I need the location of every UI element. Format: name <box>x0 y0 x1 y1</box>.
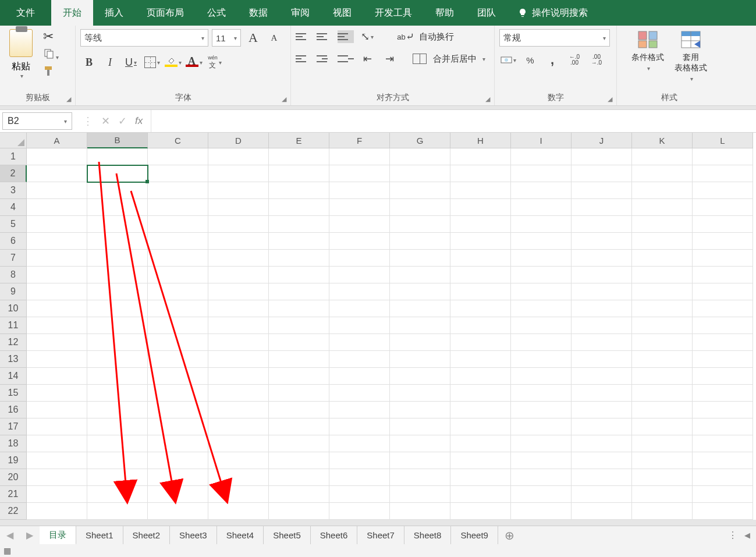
cell[interactable] <box>450 283 511 300</box>
row-header[interactable]: 19 <box>0 452 27 469</box>
cell[interactable] <box>693 452 753 469</box>
cell[interactable] <box>269 216 329 233</box>
row-header[interactable]: 20 <box>0 469 27 486</box>
cell[interactable] <box>269 233 329 250</box>
cell[interactable] <box>148 435 208 452</box>
tab-insert[interactable]: 插入 <box>93 0 135 26</box>
cell[interactable] <box>390 182 450 199</box>
percent-button[interactable]: % <box>521 52 539 68</box>
cell[interactable] <box>87 250 148 267</box>
cell[interactable] <box>511 300 572 317</box>
cell[interactable] <box>390 267 450 283</box>
cell[interactable] <box>390 418 450 435</box>
column-header[interactable]: A <box>27 133 87 148</box>
cell[interactable] <box>511 351 572 368</box>
comma-button[interactable]: , <box>544 52 561 68</box>
cell[interactable] <box>208 300 269 317</box>
cell[interactable] <box>269 368 329 385</box>
sheet-tab[interactable]: Sheet9 <box>451 526 498 544</box>
cell[interactable] <box>450 435 511 452</box>
cell[interactable] <box>390 216 450 233</box>
cell[interactable] <box>27 283 87 300</box>
row-header[interactable]: 3 <box>0 182 27 199</box>
cell[interactable] <box>511 435 572 452</box>
cell[interactable] <box>329 486 390 503</box>
font-name-select[interactable]: 等线▾ <box>80 29 208 47</box>
cell[interactable] <box>450 300 511 317</box>
cell[interactable] <box>269 351 329 368</box>
cell[interactable] <box>329 452 390 469</box>
cell[interactable] <box>693 402 753 418</box>
cell[interactable] <box>208 165 269 182</box>
cell[interactable] <box>27 402 87 418</box>
cell[interactable] <box>208 469 269 486</box>
cell[interactable] <box>390 283 450 300</box>
cell[interactable] <box>87 452 148 469</box>
cell[interactable] <box>390 486 450 503</box>
cell[interactable] <box>87 469 148 486</box>
cell[interactable] <box>27 250 87 267</box>
cell[interactable] <box>27 385 87 402</box>
column-header[interactable]: L <box>693 133 753 148</box>
cell[interactable] <box>208 216 269 233</box>
cell[interactable] <box>27 148 87 165</box>
cell[interactable] <box>148 216 208 233</box>
tab-file[interactable]: 文件 <box>0 0 51 26</box>
cell[interactable] <box>87 233 148 250</box>
cell[interactable] <box>329 503 390 520</box>
cell[interactable] <box>450 165 511 182</box>
sheet-tab[interactable]: Sheet1 <box>76 526 123 544</box>
row-header[interactable]: 15 <box>0 385 27 402</box>
column-header[interactable]: J <box>572 133 632 148</box>
cell[interactable] <box>269 402 329 418</box>
sheet-nav-prev[interactable]: ◀ <box>0 526 20 544</box>
cell[interactable] <box>87 317 148 334</box>
number-format-select[interactable]: 常规▾ <box>499 29 610 47</box>
cell[interactable] <box>572 216 632 233</box>
cell[interactable] <box>269 250 329 267</box>
cell[interactable] <box>269 267 329 283</box>
cell[interactable] <box>148 503 208 520</box>
record-macro-icon[interactable]: ▦ <box>3 546 11 555</box>
border-button[interactable]: ▾ <box>143 54 161 71</box>
cell[interactable] <box>148 250 208 267</box>
column-header[interactable]: B <box>87 133 148 148</box>
cell[interactable] <box>572 165 632 182</box>
cell[interactable] <box>693 216 753 233</box>
cell[interactable] <box>390 503 450 520</box>
format-as-table-button[interactable]: 套用 表格格式▾ <box>675 29 707 82</box>
sheet-tab-active[interactable]: 目录 <box>40 526 76 545</box>
cell[interactable] <box>87 148 148 165</box>
tab-data[interactable]: 数据 <box>237 0 279 26</box>
sheet-tab[interactable]: Sheet5 <box>264 526 311 544</box>
row-header[interactable]: 13 <box>0 351 27 368</box>
cell[interactable] <box>693 165 753 182</box>
bold-button[interactable]: B <box>80 54 98 71</box>
cell[interactable] <box>511 216 572 233</box>
row-header[interactable]: 2 <box>0 165 27 182</box>
align-center-button[interactable] <box>317 52 333 65</box>
orientation-button[interactable]: ⤡▾ <box>359 29 376 44</box>
wrap-text-button[interactable]: ab⤶ <box>397 29 414 44</box>
cell[interactable] <box>87 503 148 520</box>
cell[interactable] <box>269 486 329 503</box>
cell[interactable] <box>148 148 208 165</box>
format-painter-button[interactable] <box>43 65 59 79</box>
row-header[interactable]: 9 <box>0 283 27 300</box>
cell[interactable] <box>632 368 693 385</box>
cell[interactable] <box>632 148 693 165</box>
select-all-corner[interactable] <box>0 133 27 148</box>
cell[interactable] <box>390 233 450 250</box>
cell[interactable] <box>27 216 87 233</box>
cell[interactable] <box>87 351 148 368</box>
cell[interactable] <box>450 385 511 402</box>
cell[interactable] <box>329 368 390 385</box>
cell[interactable] <box>390 250 450 267</box>
tab-view[interactable]: 视图 <box>321 0 363 26</box>
cell[interactable] <box>27 165 87 182</box>
cell[interactable] <box>208 452 269 469</box>
tab-home[interactable]: 开始 <box>51 0 93 26</box>
cell[interactable] <box>572 267 632 283</box>
cell[interactable] <box>572 351 632 368</box>
row-header[interactable]: 7 <box>0 250 27 267</box>
